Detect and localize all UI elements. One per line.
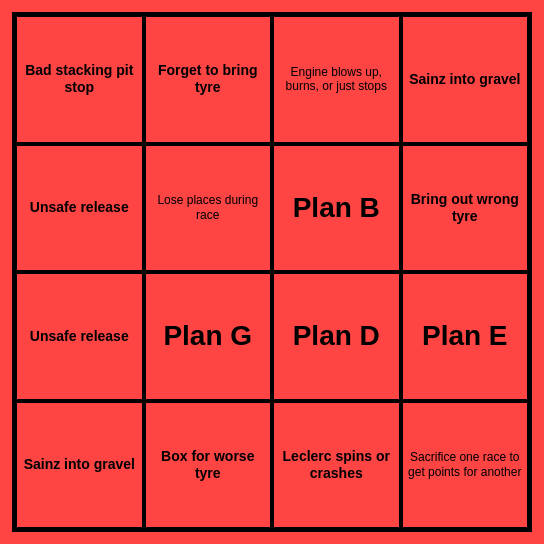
cell-r1c2[interactable]: Plan B bbox=[272, 144, 401, 273]
cell-r2c3[interactable]: Plan E bbox=[401, 272, 530, 401]
cell-r0c1[interactable]: Forget to bring tyre bbox=[144, 15, 273, 144]
cell-text-r1c0: Unsafe release bbox=[30, 199, 129, 216]
bingo-board: Bad stacking pit stopForget to bring tyr… bbox=[12, 12, 532, 532]
cell-text-r0c2: Engine blows up, burns, or just stops bbox=[278, 65, 395, 94]
cell-r1c3[interactable]: Bring out wrong tyre bbox=[401, 144, 530, 273]
cell-r2c0[interactable]: Unsafe release bbox=[15, 272, 144, 401]
cell-text-r2c3: Plan E bbox=[422, 319, 508, 353]
cell-text-r2c0: Unsafe release bbox=[30, 328, 129, 345]
cell-text-r3c3: Sacrifice one race to get points for ano… bbox=[407, 450, 524, 479]
cell-r3c3[interactable]: Sacrifice one race to get points for ano… bbox=[401, 401, 530, 530]
cell-r3c0[interactable]: Sainz into gravel bbox=[15, 401, 144, 530]
cell-r1c0[interactable]: Unsafe release bbox=[15, 144, 144, 273]
cell-r0c2[interactable]: Engine blows up, burns, or just stops bbox=[272, 15, 401, 144]
cell-r1c1[interactable]: Lose places during race bbox=[144, 144, 273, 273]
cell-text-r3c2: Leclerc spins or crashes bbox=[278, 448, 395, 482]
cell-r3c1[interactable]: Box for worse tyre bbox=[144, 401, 273, 530]
cell-text-r0c3: Sainz into gravel bbox=[409, 71, 520, 88]
cell-text-r2c2: Plan D bbox=[293, 319, 380, 353]
cell-text-r1c2: Plan B bbox=[293, 191, 380, 225]
cell-r2c1[interactable]: Plan G bbox=[144, 272, 273, 401]
cell-text-r0c1: Forget to bring tyre bbox=[150, 62, 267, 96]
cell-text-r1c1: Lose places during race bbox=[150, 193, 267, 222]
cell-text-r1c3: Bring out wrong tyre bbox=[407, 191, 524, 225]
cell-text-r2c1: Plan G bbox=[163, 319, 252, 353]
cell-text-r0c0: Bad stacking pit stop bbox=[21, 62, 138, 96]
cell-r0c0[interactable]: Bad stacking pit stop bbox=[15, 15, 144, 144]
cell-r2c2[interactable]: Plan D bbox=[272, 272, 401, 401]
cell-text-r3c0: Sainz into gravel bbox=[24, 456, 135, 473]
cell-text-r3c1: Box for worse tyre bbox=[150, 448, 267, 482]
cell-r3c2[interactable]: Leclerc spins or crashes bbox=[272, 401, 401, 530]
cell-r0c3[interactable]: Sainz into gravel bbox=[401, 15, 530, 144]
